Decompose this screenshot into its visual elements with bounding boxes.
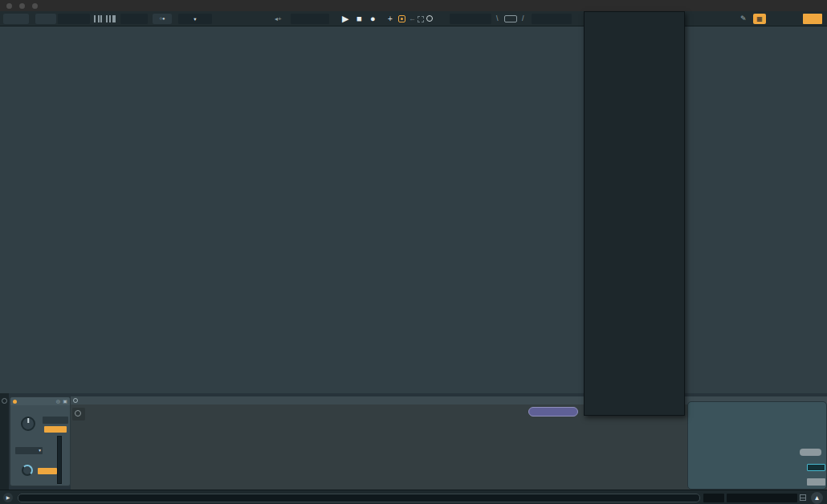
draw-mode-icon[interactable]: ✎ [740,14,747,24]
selected-device-box[interactable] [727,494,797,502]
device-area: ◎ ▣ ▾ [0,393,827,490]
clear-button[interactable] [800,449,821,456]
cpu-meter [803,14,822,24]
marble-dropdown-menu [584,11,685,416]
ableton-live-window: ○● ▾ ◂+ ▶ ■ ● + ← \ / ✎ ▦ [0,0,827,504]
patcher-device-toggle[interactable] [72,408,85,421]
limiter-device: ◎ ▣ ▾ [10,396,71,486]
divider-panel [687,401,827,490]
limiter-lookahead-menu[interactable]: ▾ [15,447,43,454]
session-record-button[interactable] [426,15,433,22]
triplet-menu[interactable] [807,478,825,486]
limiter-auto-release-button[interactable] [38,468,57,474]
limiter-release-knob[interactable] [22,465,33,476]
session-view [0,26,827,393]
play-button[interactable]: ▶ [342,13,348,25]
loop-start-field[interactable] [450,14,491,24]
device-strip [0,393,9,490]
record-button[interactable]: ● [370,13,376,25]
loop-switch[interactable] [504,15,517,22]
status-bar: ▶ ▲ [0,490,827,504]
device-chain-scrollbar[interactable] [18,494,700,502]
save-preset-icon[interactable]: ▣ [63,398,67,404]
time-signature-field[interactable] [120,14,148,24]
metronome-button[interactable]: ○● [153,14,172,24]
window-grid-icon[interactable] [800,494,806,501]
loop-length-field[interactable] [532,14,572,24]
limiter-stereo-button[interactable] [44,426,67,433]
nudge-down-icon[interactable] [94,15,102,22]
limiter-titlebar[interactable]: ◎ ▣ [10,397,70,405]
capture-midi-button[interactable] [418,16,424,22]
transport-bar: ○● ▾ ◂+ ▶ ■ ● + ← \ / ✎ ▦ [0,11,827,26]
minimize-window-button[interactable] [19,3,25,9]
close-window-button[interactable] [6,3,12,9]
tempo-field[interactable] [58,14,90,24]
device-activator-icon[interactable] [2,398,7,404]
link-button[interactable] [3,14,29,24]
tap-tempo-button[interactable] [35,14,56,24]
limiter-ceiling-field[interactable] [43,417,68,424]
computer-midi-keyboard-button[interactable]: ▦ [753,14,766,24]
follow-button[interactable]: ◂+ [275,15,287,23]
overdub-button[interactable]: + [388,13,393,25]
max-edit-button[interactable]: ▲ [811,492,823,504]
limiter-on-icon[interactable] [13,400,17,404]
hot-swap-icon[interactable]: ◎ [56,398,60,404]
quantization-menu[interactable]: ▾ [178,14,212,24]
punch-in-button[interactable]: \ [496,14,499,24]
automation-arm-button[interactable] [398,15,405,22]
titlebar [0,0,827,11]
arrangement-position-field[interactable] [291,14,329,24]
div-chance-value[interactable] [807,464,825,471]
selected-track-box [703,494,724,502]
limiter-gain-knob[interactable] [21,417,35,431]
zoom-window-button[interactable] [32,3,38,9]
preview-icon[interactable]: ▶ [3,493,13,502]
stop-button[interactable]: ■ [356,13,362,25]
reenable-automation-button[interactable]: ← [409,14,416,24]
limiter-meter [57,436,62,484]
global-transport-button[interactable] [528,407,578,417]
max-device-on-icon[interactable] [73,398,78,403]
punch-out-button[interactable]: / [522,14,524,24]
nudge-up-icon[interactable] [106,15,116,22]
